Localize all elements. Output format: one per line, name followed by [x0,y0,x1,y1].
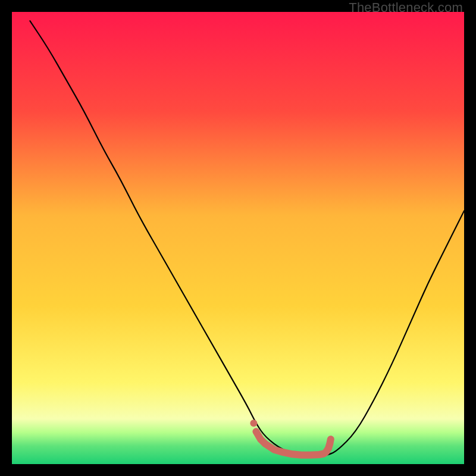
optimal-start-dot [250,419,257,427]
bottleneck-chart [12,12,464,464]
gradient-background [12,12,464,464]
watermark-text: TheBottleneck.com [349,0,463,15]
